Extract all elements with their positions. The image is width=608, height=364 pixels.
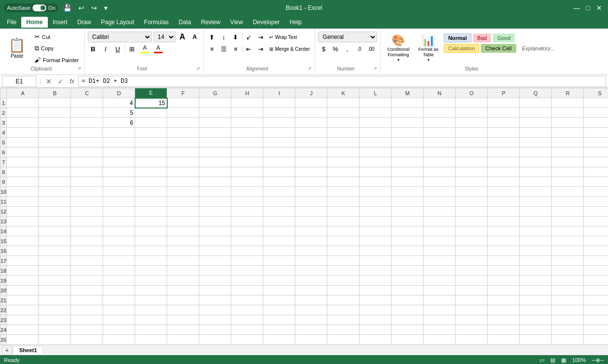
- cell-Q22[interactable]: [520, 305, 552, 315]
- cell-I18[interactable]: [263, 266, 295, 276]
- cell-M20[interactable]: [392, 286, 424, 295]
- cell-B17[interactable]: [39, 256, 71, 266]
- cell-R16[interactable]: [552, 246, 584, 256]
- cell-F18[interactable]: [167, 266, 199, 276]
- tab-file[interactable]: File: [2, 17, 21, 28]
- cell-A17[interactable]: [7, 256, 39, 266]
- row-num-4[interactable]: 4: [0, 128, 7, 138]
- cell-B24[interactable]: [39, 325, 71, 335]
- cell-K12[interactable]: [327, 207, 359, 217]
- row-num-21[interactable]: 21: [0, 295, 7, 305]
- cell-G14[interactable]: [199, 226, 231, 236]
- col-header-G[interactable]: G: [199, 88, 231, 98]
- cell-P18[interactable]: [488, 266, 520, 276]
- cell-J7[interactable]: [295, 157, 327, 167]
- cell-R10[interactable]: [552, 187, 584, 197]
- cell-Q4[interactable]: [520, 128, 552, 138]
- cell-O7[interactable]: [456, 157, 488, 167]
- cell-M23[interactable]: [392, 315, 424, 325]
- cell-H18[interactable]: [231, 266, 263, 276]
- cell-F21[interactable]: [167, 295, 199, 305]
- cell-A15[interactable]: [7, 236, 39, 246]
- cell-K6[interactable]: [327, 147, 359, 157]
- cell-S20[interactable]: [584, 286, 608, 295]
- cell-B23[interactable]: [39, 315, 71, 325]
- cell-C19[interactable]: [71, 276, 103, 286]
- cell-Q21[interactable]: [520, 295, 552, 305]
- cell-K23[interactable]: [327, 315, 359, 325]
- cell-Q5[interactable]: [520, 138, 552, 147]
- cell-E10[interactable]: [135, 187, 167, 197]
- cell-D7[interactable]: [103, 157, 135, 167]
- cell-E18[interactable]: [135, 266, 167, 276]
- cell-E14[interactable]: [135, 226, 167, 236]
- cell-B13[interactable]: [39, 217, 71, 226]
- cell-C18[interactable]: [71, 266, 103, 276]
- cell-Q3[interactable]: [520, 118, 552, 128]
- cell-F13[interactable]: [167, 217, 199, 226]
- cell-F22[interactable]: [167, 305, 199, 315]
- formula-input[interactable]: [78, 76, 606, 87]
- cell-G2[interactable]: [199, 108, 231, 118]
- cell-G21[interactable]: [199, 295, 231, 305]
- cell-K10[interactable]: [327, 187, 359, 197]
- cell-S8[interactable]: [584, 167, 608, 177]
- cell-C25[interactable]: [71, 335, 103, 345]
- cell-G5[interactable]: [199, 138, 231, 147]
- cell-C9[interactable]: [71, 177, 103, 187]
- cell-D1[interactable]: 4: [103, 98, 135, 108]
- cell-H23[interactable]: [231, 315, 263, 325]
- page-layout-button[interactable]: ▤: [550, 357, 555, 364]
- cell-O19[interactable]: [456, 276, 488, 286]
- cell-G18[interactable]: [199, 266, 231, 276]
- cell-G15[interactable]: [199, 236, 231, 246]
- cell-E2[interactable]: [135, 108, 167, 118]
- cell-H3[interactable]: [231, 118, 263, 128]
- cell-N2[interactable]: [424, 108, 456, 118]
- cell-E12[interactable]: [135, 207, 167, 217]
- cell-Q8[interactable]: [520, 167, 552, 177]
- cell-K5[interactable]: [327, 138, 359, 147]
- cell-L22[interactable]: [359, 305, 392, 315]
- cell-K7[interactable]: [327, 157, 359, 167]
- cell-N23[interactable]: [424, 315, 456, 325]
- cell-H15[interactable]: [231, 236, 263, 246]
- col-header-O[interactable]: O: [456, 88, 488, 98]
- alignment-dialog-launcher[interactable]: ↗: [308, 66, 312, 71]
- cell-R13[interactable]: [552, 217, 584, 226]
- cell-S24[interactable]: [584, 325, 608, 335]
- cell-L12[interactable]: [359, 207, 392, 217]
- cell-A6[interactable]: [7, 147, 39, 157]
- cell-L21[interactable]: [359, 295, 392, 305]
- cell-A20[interactable]: [7, 286, 39, 295]
- align-left-button[interactable]: ≡: [207, 43, 217, 54]
- cell-H10[interactable]: [231, 187, 263, 197]
- cell-S12[interactable]: [584, 207, 608, 217]
- col-header-R[interactable]: R: [552, 88, 584, 98]
- cell-R22[interactable]: [552, 305, 584, 315]
- cell-H11[interactable]: [231, 197, 263, 207]
- align-top-button[interactable]: ⬆: [207, 32, 217, 42]
- cell-N1[interactable]: [424, 98, 456, 108]
- cell-S21[interactable]: [584, 295, 608, 305]
- cell-J3[interactable]: [295, 118, 327, 128]
- cell-I13[interactable]: [263, 217, 295, 226]
- cell-A14[interactable]: [7, 226, 39, 236]
- col-header-E[interactable]: E: [135, 88, 167, 98]
- cell-K24[interactable]: [327, 325, 359, 335]
- row-num-18[interactable]: 18: [0, 266, 7, 276]
- cell-P21[interactable]: [488, 295, 520, 305]
- align-center-button[interactable]: ☰: [218, 43, 229, 54]
- cell-B25[interactable]: [39, 335, 71, 345]
- cell-S17[interactable]: [584, 256, 608, 266]
- cell-B7[interactable]: [39, 157, 71, 167]
- cell-F2[interactable]: [167, 108, 199, 118]
- col-header-Q[interactable]: Q: [520, 88, 552, 98]
- cell-B14[interactable]: [39, 226, 71, 236]
- cell-M18[interactable]: [392, 266, 424, 276]
- highlight-color-button[interactable]: A: [139, 43, 151, 54]
- cell-S14[interactable]: [584, 226, 608, 236]
- cell-S19[interactable]: [584, 276, 608, 286]
- cell-Q23[interactable]: [520, 315, 552, 325]
- row-num-23[interactable]: 23: [0, 315, 7, 325]
